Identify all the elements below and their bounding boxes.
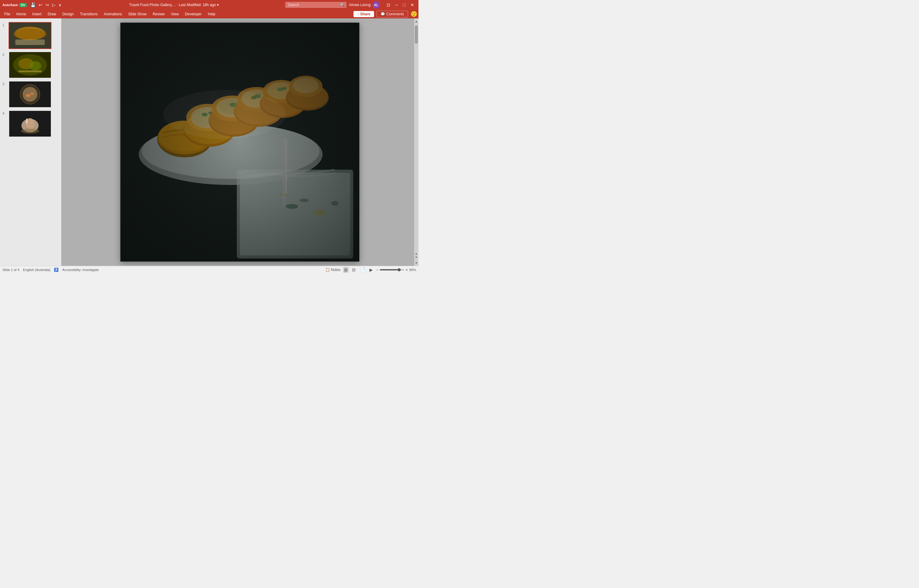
ribbon: File Home Insert Draw Design Transitions… <box>0 10 418 18</box>
document-title: Travel Food Photo Gallery.... · Last Mod… <box>65 3 283 7</box>
svg-point-11 <box>23 87 37 102</box>
search-wrapper: 🔍 <box>285 2 346 8</box>
minimize-icon[interactable]: ─ <box>393 2 400 8</box>
redo-icon[interactable]: ↪ <box>44 2 50 8</box>
slide-thumb-1[interactable] <box>8 22 52 49</box>
tab-help[interactable]: Help <box>205 11 218 18</box>
zoom-thumb[interactable] <box>397 268 401 271</box>
emoji-button[interactable]: 🙂 <box>410 11 417 18</box>
svg-point-2 <box>13 29 47 40</box>
scroll-down-icon[interactable]: ▼ <box>413 260 418 266</box>
slide-panel[interactable]: 1 2 <box>0 18 61 266</box>
autosave-label: AutoSave <box>2 3 18 7</box>
zoom-level[interactable]: 89% <box>409 268 416 271</box>
close-icon[interactable]: ✕ <box>409 2 416 8</box>
slide-thumbnail-image-1 <box>9 23 51 48</box>
slide-item-4[interactable]: 4 <box>0 109 61 139</box>
share-icon: ↑ <box>357 12 359 16</box>
notes-label: Notes <box>331 268 340 272</box>
slide-sorter-icon[interactable]: ⊟ <box>351 267 357 273</box>
user-area: Aimee Leong AL <box>349 1 380 8</box>
tab-slideshow[interactable]: Slide Show <box>125 11 150 18</box>
svg-point-7 <box>29 61 41 70</box>
slide-thumbnail-image-2 <box>9 52 51 78</box>
slide-item-3[interactable]: 3 <box>0 80 61 109</box>
main-layout: 1 2 <box>0 18 418 266</box>
notes-button[interactable]: 📋 Notes <box>325 268 340 272</box>
tab-transitions[interactable]: Transitions <box>77 11 101 18</box>
slide-area[interactable]: ▲ ▲ ▼ ▼ <box>61 18 418 266</box>
window-controls: ⊡ ─ □ ✕ <box>385 2 416 8</box>
comments-button[interactable]: 💬 Comments <box>376 11 408 18</box>
svg-rect-17 <box>26 118 27 123</box>
notes-icon: 📋 <box>325 268 330 272</box>
tab-insert[interactable]: Insert <box>29 11 44 18</box>
slide-thumbnail-image-3 <box>9 81 51 107</box>
present-icon[interactable]: ▷ <box>51 2 57 8</box>
slide-thumb-3[interactable] <box>8 81 52 108</box>
share-label: Share <box>360 12 370 16</box>
zoom-out-icon[interactable]: − <box>376 267 379 272</box>
slide-number-3: 3 <box>2 82 6 86</box>
tab-view[interactable]: View <box>168 11 182 18</box>
accessibility-label[interactable]: Accessibility: Investigate <box>62 268 99 271</box>
language-indicator: English (Australia) <box>23 268 50 271</box>
slide-thumbnail-image-4 <box>9 111 51 137</box>
scroll-step-up-icon[interactable]: ▲ <box>415 252 418 255</box>
tab-home[interactable]: Home <box>13 11 29 18</box>
tab-draw[interactable]: Draw <box>44 11 59 18</box>
ribbon-right-actions: ↑ Share 💬 Comments 🙂 <box>354 11 417 18</box>
undo-icon[interactable]: ↩ <box>37 2 44 8</box>
slide-canvas <box>120 23 359 262</box>
slide-count: Slide 1 of 4 <box>2 268 19 271</box>
tab-developer[interactable]: Developer <box>182 11 205 18</box>
search-input[interactable] <box>285 2 346 8</box>
comments-label: Comments <box>386 12 404 16</box>
share-button[interactable]: ↑ Share <box>354 11 374 17</box>
status-bar: Slide 1 of 4 English (Australia) ♿ Acces… <box>0 266 418 273</box>
accessibility-icon: ♿ <box>54 268 58 272</box>
slide-number-4: 4 <box>2 111 6 115</box>
comment-icon: 💬 <box>380 12 385 16</box>
slide-image <box>120 23 359 262</box>
maximize-icon[interactable]: □ <box>401 2 407 8</box>
vertical-scrollbar[interactable]: ▲ ▲ ▼ ▼ <box>414 18 418 266</box>
tab-review[interactable]: Review <box>150 11 168 18</box>
zoom-fill <box>380 269 398 270</box>
tab-file[interactable]: File <box>1 11 13 18</box>
scroll-step-down-icon[interactable]: ▼ <box>415 256 418 259</box>
scroll-thumb[interactable] <box>415 26 418 44</box>
slide-thumb-2[interactable] <box>8 52 52 78</box>
slide-number-2: 2 <box>2 53 6 57</box>
svg-point-13 <box>30 92 34 95</box>
presenter-view-icon[interactable]: ▶ <box>368 267 374 273</box>
scroll-up-icon[interactable]: ▲ <box>413 18 418 24</box>
save-icon[interactable]: 💾 <box>29 2 37 8</box>
quick-access-toolbar: 💾 ↩ ↪ ▷ ∨ <box>29 2 63 8</box>
tab-animations[interactable]: Animations <box>101 11 125 18</box>
normal-view-icon[interactable]: ⊞ <box>343 267 349 273</box>
avatar[interactable]: AL <box>373 1 380 8</box>
autosave-toggle[interactable]: On <box>19 3 27 7</box>
svg-rect-66 <box>120 23 359 262</box>
slide-thumb-4[interactable] <box>8 110 52 137</box>
zoom-track[interactable] <box>380 269 404 270</box>
slide-item-2[interactable]: 2 <box>0 50 61 80</box>
reading-view-icon[interactable]: 📄 <box>359 267 366 273</box>
zoom-in-icon[interactable]: + <box>405 267 408 272</box>
user-name: Aimee Leong <box>349 3 371 7</box>
zoom-slider: − + 89% <box>376 267 416 272</box>
title-bar: AutoSave On 💾 ↩ ↪ ▷ ∨ Travel Food Photo … <box>0 0 418 10</box>
svg-point-18 <box>21 129 39 134</box>
slide-number-1: 1 <box>2 23 6 27</box>
autosave-area: AutoSave On <box>2 3 27 7</box>
slide-item-1[interactable]: 1 <box>0 21 61 50</box>
status-right-area: 📋 Notes ⊞ ⊟ 📄 ▶ − + 89% <box>325 267 416 273</box>
svg-rect-3 <box>15 39 45 45</box>
svg-point-12 <box>26 94 31 97</box>
ribbon-toggle-icon[interactable]: ⊡ <box>385 2 392 8</box>
more-icon[interactable]: ∨ <box>57 2 63 8</box>
tab-design[interactable]: Design <box>59 11 77 18</box>
svg-rect-8 <box>18 70 42 72</box>
